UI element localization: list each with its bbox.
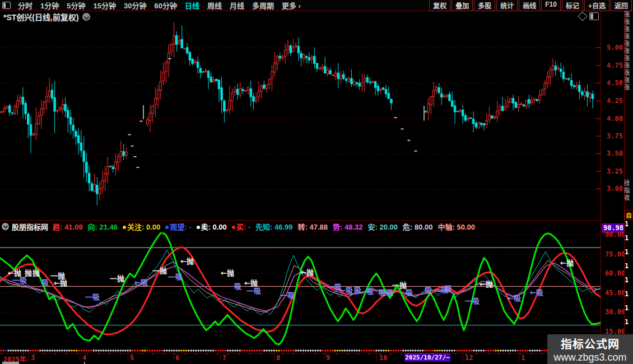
month-divider — [519, 353, 519, 362]
diamond-marker-icon[interactable] — [578, 12, 588, 21]
week-tick — [477, 353, 477, 355]
week-tick — [369, 353, 369, 355]
period-tab-30分钟[interactable]: 30分钟 — [120, 0, 150, 11]
indicator-field-安: 安: 20.00 — [368, 223, 398, 231]
stock-title: *ST创兴(日线,前复权) — [3, 11, 79, 22]
week-tick — [347, 353, 348, 355]
week-tick — [304, 353, 304, 355]
clipped-vertical-text-2: 技指收 — [624, 179, 631, 209]
toolbar-button-画线[interactable]: 画线 — [519, 0, 540, 11]
month-divider — [80, 353, 80, 362]
buy-label-吸: ←吸 — [339, 286, 353, 295]
week-tick — [131, 353, 132, 355]
week-tick — [520, 353, 520, 355]
toolbar-button-复权[interactable]: 复权 — [429, 0, 450, 11]
price-label-3.00: 3.00 — [607, 185, 623, 193]
indicator-level-label-60.00: 60.00 — [605, 269, 625, 277]
toolbar-button-多股[interactable]: 多股 — [474, 0, 495, 11]
indicator-field-势: 势: 48.32 — [333, 223, 362, 231]
week-tick — [87, 353, 88, 355]
week-tick — [412, 353, 412, 355]
indicator-header: 股朋指标网 趋: 41.09向: 21.46关注: 0.00观望: -卖: 0.… — [0, 221, 601, 232]
signal-dot-icon — [165, 226, 169, 229]
buy-label-吸: 一吸 — [280, 291, 295, 300]
period-tab-60分钟[interactable]: 60分钟 — [150, 0, 180, 11]
week-tick — [196, 353, 196, 355]
clipped-vertical-text: 涨涨涨涨涨涨涨涨涨涨涨 — [624, 11, 631, 179]
toolbar-button-返回[interactable]: 返回 — [611, 0, 632, 11]
split-pane-icon[interactable] — [589, 12, 599, 20]
period-tab-15分钟[interactable]: 15分钟 — [89, 0, 119, 11]
buy-label-吸: 吸 — [445, 284, 453, 293]
week-tick — [488, 353, 488, 355]
toolbar-button-F10[interactable]: F10 — [541, 0, 561, 11]
signal-dot-icon — [232, 226, 235, 229]
period-tab-周线[interactable]: 周线 — [203, 0, 226, 11]
week-tick — [66, 353, 67, 355]
strip-tag[interactable]: 自 — [625, 210, 633, 220]
week-tick — [174, 353, 175, 355]
toolbar-button-统计[interactable]: 统计 — [496, 0, 518, 11]
indicator-field-关注: 关注: 0.00 — [123, 223, 160, 231]
period-tab-分时[interactable]: 分时 — [14, 0, 36, 11]
month-label-6: 6 — [175, 354, 179, 362]
panel-toggle-icon[interactable] — [2, 2, 11, 9]
indicator-name[interactable]: 股朋指标网 — [12, 221, 48, 232]
indicator-field-危: 危: 80.00 — [403, 223, 432, 231]
date-axis[interactable]: 2025年 2025/10/27/— 345678910121 — [0, 353, 601, 362]
period-tab-日线[interactable]: 日线 — [181, 0, 203, 11]
toolbar-button-+自选[interactable]: +自选 — [584, 0, 609, 11]
indicator-field-买: 买: - — [232, 223, 250, 231]
indicator-field-观望: 观望: - — [165, 223, 191, 231]
buy-label-吸: 吸吸 — [379, 288, 394, 297]
sell-label-抛: ←抛 — [221, 269, 234, 277]
sell-label-抛: ←抛 — [180, 257, 194, 265]
week-tick — [239, 353, 240, 355]
price-label-4.75: 4.75 — [607, 62, 623, 69]
period-tab-5分钟[interactable]: 5分钟 — [63, 0, 89, 11]
week-tick — [272, 353, 272, 355]
toolbar-button-叠加[interactable]: 叠加 — [452, 0, 473, 11]
strip-number: 1 — [625, 220, 633, 234]
indicator-field-趋: 趋: 41.09 — [53, 223, 82, 231]
buy-label-吸: 吸 — [366, 287, 374, 296]
sell-label-抛: ←抛 — [480, 280, 493, 288]
week-tick — [34, 353, 34, 355]
period-tab-更多 ›[interactable]: 更多 › — [278, 0, 305, 11]
week-tick — [509, 353, 510, 355]
month-divider — [463, 353, 463, 362]
month-label-5: 5 — [130, 354, 134, 362]
week-tick — [23, 353, 24, 355]
week-tick — [390, 353, 391, 355]
indicator-panel[interactable]: ←抛抛抛一吸一抛吸←抛一吸一抛←吸一抛一吸←抛←抛吸←抛一吸一吸←抛一吸←吸吸吸… — [0, 232, 601, 353]
price-label-3.75: 3.75 — [607, 132, 623, 140]
buy-label-吸: 一吸 — [168, 273, 183, 281]
month-label-1: 1 — [521, 354, 525, 362]
axis-separator-line — [601, 11, 601, 361]
period-tab-月线[interactable]: 月线 — [226, 0, 248, 11]
toolbar-button-标记[interactable]: 标记 — [562, 0, 583, 11]
indicator-field-卖: 卖: 0.00 — [197, 223, 227, 231]
month-label-8: 8 — [276, 354, 280, 362]
title-chevron-down-icon[interactable] — [82, 13, 90, 21]
buy-label-吸: 吸 — [406, 288, 413, 297]
candlestick-chart[interactable] — [0, 22, 601, 220]
month-label-12: 12 — [465, 354, 473, 362]
right-sidebar-strip[interactable]: 涨涨涨涨涨涨涨涨涨涨涨 技指收 自 11111111 — [624, 11, 633, 353]
period-tab-多周期[interactable]: 多周期 — [248, 0, 278, 11]
sell-label-抛: 一抛 — [110, 274, 124, 283]
week-tick — [260, 353, 261, 355]
selected-date-highlight: 2025/10/27/— — [404, 353, 450, 362]
week-tick — [142, 353, 142, 355]
indicator-collapse-icon[interactable] — [2, 223, 9, 230]
week-tick — [542, 353, 542, 355]
sell-label-抛: 一抛 — [392, 281, 407, 290]
strip-number: 1 — [625, 234, 633, 248]
month-label-7: 7 — [222, 354, 226, 362]
indicator-level-label-45.00: 45.00 — [605, 289, 625, 297]
week-tick — [401, 353, 402, 355]
signal-dot-icon — [197, 226, 200, 229]
toolbar-buttons: 复权叠加多股统计画线F10标记+自选返回 — [429, 0, 633, 11]
period-tab-1分钟[interactable]: 1分钟 — [36, 0, 63, 11]
week-tick — [531, 353, 532, 355]
